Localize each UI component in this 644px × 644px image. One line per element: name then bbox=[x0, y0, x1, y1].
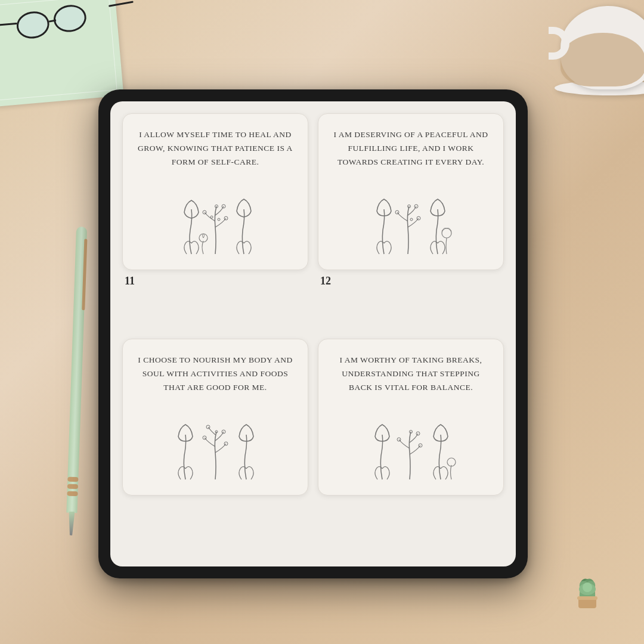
card-text-11: I ALLOW MYSELF TIME TO HEAL AND GROW, KN… bbox=[135, 128, 296, 169]
card-text-12: I AM DESERVING OF A PEACEFUL AND FULFILL… bbox=[330, 128, 491, 169]
affirmation-card-13: I CHOOSE TO NOURISH MY BODY AND SOUL WIT… bbox=[122, 339, 308, 496]
card-illustration-14 bbox=[330, 402, 491, 485]
card-wrapper-13: I CHOOSE TO NOURISH MY BODY AND SOUL WIT… bbox=[122, 339, 308, 555]
tablet-screen: I ALLOW MYSELF TIME TO HEAL AND GROW, KN… bbox=[110, 101, 516, 566]
card-illustration-13 bbox=[135, 402, 296, 485]
page-number-12: 12 bbox=[318, 275, 504, 287]
svg-point-30 bbox=[447, 458, 456, 466]
coffee-cup-icon bbox=[531, 0, 644, 119]
succulent-icon bbox=[561, 549, 614, 608]
svg-point-19 bbox=[410, 218, 413, 221]
card-text-13: I CHOOSE TO NOURISH MY BODY AND SOUL WIT… bbox=[135, 354, 296, 395]
affirmation-card-12: I AM DESERVING OF A PEACEFUL AND FULFILL… bbox=[318, 113, 504, 270]
card-wrapper-12: I AM DESERVING OF A PEACEFUL AND FULFILL… bbox=[318, 113, 504, 329]
page-number-11: 11 bbox=[122, 275, 308, 287]
svg-rect-7 bbox=[577, 596, 597, 600]
card-illustration-12 bbox=[330, 177, 491, 260]
svg-point-20 bbox=[442, 228, 451, 238]
card-text-14: I AM WORTHY OF TAKING BREAKS, UNDERSTAND… bbox=[330, 354, 491, 395]
card-illustration-11 bbox=[135, 177, 296, 260]
affirmation-card-14: I AM WORTHY OF TAKING BREAKS, UNDERSTAND… bbox=[318, 339, 504, 496]
svg-point-13 bbox=[210, 216, 213, 218]
svg-point-5 bbox=[583, 583, 592, 592]
card-wrapper-11: I ALLOW MYSELF TIME TO HEAL AND GROW, KN… bbox=[122, 113, 308, 329]
tablet-icon: I ALLOW MYSELF TIME TO HEAL AND GROW, KN… bbox=[98, 89, 528, 578]
svg-point-12 bbox=[218, 218, 220, 221]
affirmation-card-11: I ALLOW MYSELF TIME TO HEAL AND GROW, KN… bbox=[122, 113, 308, 270]
card-wrapper-14: I AM WORTHY OF TAKING BREAKS, UNDERSTAND… bbox=[318, 339, 504, 555]
